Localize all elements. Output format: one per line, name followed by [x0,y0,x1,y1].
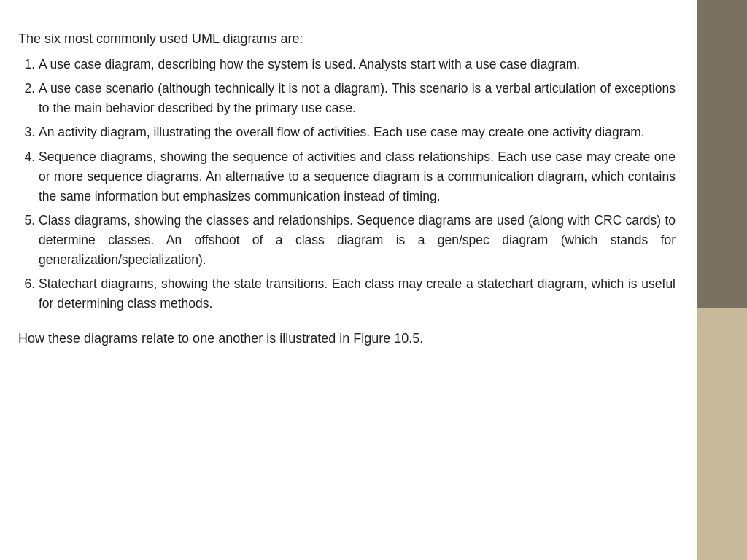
uml-list: A use case diagram, describing how the s… [18,55,676,319]
list-item-4: Sequence diagrams, showing the sequence … [39,147,676,206]
list-item-1: A use case diagram, describing how the s… [39,55,676,74]
list-item-2: A use case scenario (although technicall… [39,79,676,118]
right-sidebar [697,0,747,560]
list-item-5: Class diagrams, showing the classes and … [39,211,676,270]
closing-paragraph: How these diagrams relate to one another… [18,329,676,349]
sidebar-bottom [697,308,747,560]
intro-paragraph: The six most commonly used UML diagrams … [18,29,676,49]
list-item-3: An activity diagram, illustrating the ov… [39,122,676,142]
sidebar-top [697,0,747,308]
list-item-6: Statechart diagrams, showing the state t… [39,274,676,314]
main-content: The six most commonly used UML diagrams … [0,0,697,560]
